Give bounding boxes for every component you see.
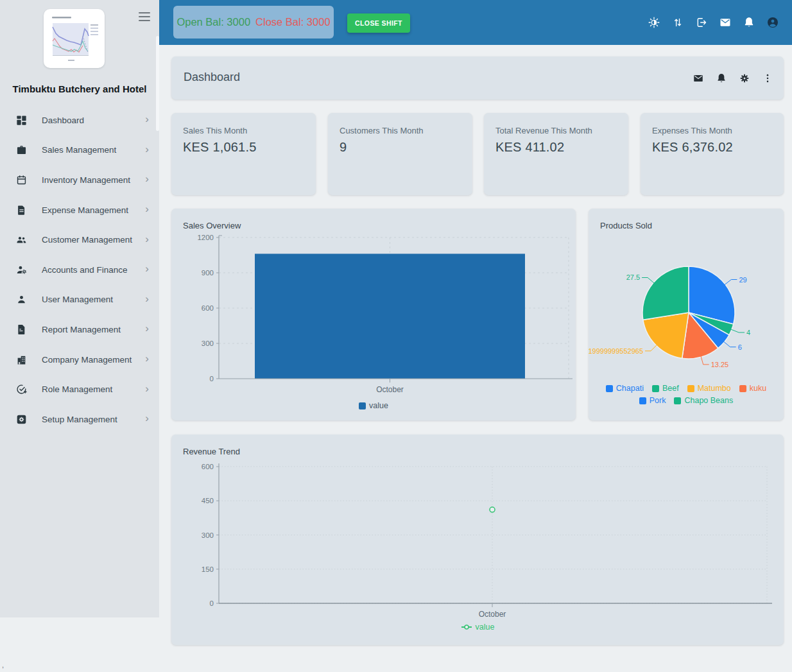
chevron-right-icon: › (145, 383, 149, 396)
sidebar-item-role-management[interactable]: Role Management› (0, 374, 159, 404)
sidebar-item-setup-management[interactable]: Setup Management› (0, 404, 159, 435)
stat-card-customers: Customers This Month 9 (328, 113, 472, 195)
revenue-trend-chart: 0150300450600October (171, 454, 784, 622)
pie-label: )19999999552965 (589, 347, 643, 355)
svg-text:October: October (479, 610, 506, 619)
legend-item-chapo-beans[interactable]: Chapo Beans (674, 396, 733, 405)
legend-item-value[interactable]: value (461, 623, 495, 632)
sales-overview-chart: 03006009001200October (171, 229, 576, 395)
legend-item-kuku[interactable]: kuku (739, 384, 766, 393)
brightness-icon[interactable] (648, 16, 660, 29)
sidebar-item-inventory-management[interactable]: Inventory Management› (0, 165, 159, 195)
bar-october (255, 254, 525, 379)
line-chart-legend: value (171, 623, 784, 632)
stat-card-revenue: Total Revenue This Month KES 411.02 (484, 113, 628, 195)
stat-card-expenses: Expenses This Month KES 6,376.02 (641, 113, 784, 195)
sidebar-item-label: Role Management (42, 384, 145, 394)
sidebar-item-customer-management[interactable]: Customer Management› (0, 225, 159, 255)
bell-icon[interactable] (743, 16, 755, 29)
mail-icon[interactable] (719, 16, 732, 29)
svg-text:600: 600 (202, 304, 214, 312)
chevron-right-icon: › (145, 234, 149, 246)
svg-text:450: 450 (202, 497, 214, 504)
bell-icon[interactable] (716, 73, 727, 84)
sidebar-item-dashboard[interactable]: Dashboard› (0, 105, 159, 135)
data-point-october (490, 507, 495, 512)
sidebar-item-label: Setup Management (42, 415, 145, 424)
mail-icon[interactable] (693, 73, 704, 84)
sidebar-item-label: Report Management (42, 325, 145, 334)
stat-label: Customers This Month (340, 126, 461, 135)
chevron-right-icon: › (145, 173, 149, 186)
account-icon[interactable] (766, 16, 779, 29)
legend-item-value[interactable]: value (359, 401, 388, 410)
sidebar-item-label: Customer Management (42, 235, 145, 245)
sidebar-item-user-management[interactable]: User Management› (0, 285, 159, 315)
legend-item-chapati[interactable]: Chapati (606, 384, 644, 393)
chevron-right-icon: › (145, 293, 149, 306)
sidebar: Timbuktu Butchery and Hotel Dashboard›Sa… (0, 0, 159, 617)
stat-label: Sales This Month (183, 126, 304, 135)
open-balance: Open Bal: 3000 (176, 16, 250, 28)
calendar-icon (15, 174, 28, 186)
setup-gear-icon (15, 413, 28, 426)
swap-vert-icon[interactable] (671, 16, 684, 29)
close-balance: Close Bal: 3000 (255, 16, 331, 28)
menu-icon (139, 12, 150, 13)
revenue-trend-card: Revenue Trend 0150300450600October value (171, 435, 784, 645)
stat-label: Total Revenue This Month (495, 126, 617, 135)
page-header-icon-group (693, 56, 773, 99)
sidebar-item-company-management[interactable]: Company Management› (0, 345, 159, 375)
sidebar-item-expense-management[interactable]: Expense Management› (0, 195, 159, 225)
svg-text:900: 900 (202, 269, 214, 277)
stat-value: KES 6,376.02 (652, 140, 772, 155)
close-shift-button[interactable]: CLOSE SHIFT (347, 13, 410, 33)
chevron-right-icon: › (145, 353, 149, 366)
pie-label: 27.5 (626, 273, 640, 281)
legend-item-matumbo[interactable]: Matumbo (687, 384, 731, 393)
products-sold-chart: 294613.25)1999999955296527.5 (589, 228, 784, 383)
sidebar-item-report-management[interactable]: Report Management› (0, 314, 159, 345)
sidebar-item-accounts-and-finance[interactable]: Accounts and Finance› (0, 255, 159, 285)
briefcase-icon (15, 144, 28, 156)
pie-chart-legend: ChapatiBeefMatumbokukuPorkChapo Beans (593, 384, 779, 405)
chevron-right-icon: › (145, 323, 149, 336)
stat-value: KES 1,061.5 (183, 140, 304, 155)
legend-item-beef[interactable]: Beef (652, 384, 679, 393)
topbar: Open Bal: 3000 Close Bal: 3000 CLOSE SHI… (159, 0, 792, 45)
people-icon (15, 234, 28, 246)
stat-label: Expenses This Month (652, 126, 772, 135)
company-name: Timbuktu Butchery and Hotel (0, 83, 159, 94)
dashboard-icon (15, 114, 28, 126)
logout-icon[interactable] (695, 16, 708, 29)
chevron-right-icon: › (145, 413, 149, 426)
sidebar-item-label: Dashboard (42, 116, 145, 125)
bar-chart-legend: value (171, 401, 576, 410)
person-gear-icon (15, 264, 28, 276)
legend-line-marker (461, 625, 472, 630)
gear-icon[interactable] (739, 73, 750, 84)
sidebar-item-sales-management[interactable]: Sales Management› (0, 135, 159, 166)
svg-text:600: 600 (202, 463, 214, 470)
page-header-card: Dashboard (171, 56, 784, 99)
report-icon (15, 323, 28, 336)
person-icon (15, 293, 28, 306)
topbar-icon-group (648, 0, 779, 45)
sidebar-item-label: Company Management (42, 355, 145, 365)
sales-overview-card: Sales Overview 03006009001200October val… (171, 209, 576, 420)
logo-chart-image (44, 9, 105, 68)
pie-label: 13.25 (711, 361, 729, 368)
sidebar-toggle-button[interactable] (137, 12, 151, 22)
stray-character: , (2, 661, 4, 669)
role-check-icon (15, 383, 28, 395)
svg-text:0: 0 (210, 375, 214, 383)
sidebar-menu: Dashboard›Sales Management›Inventory Man… (0, 105, 159, 435)
pie-label: 6 (738, 343, 742, 351)
kebab-icon[interactable] (762, 73, 773, 84)
svg-text:300: 300 (202, 340, 214, 347)
page-title: Dashboard (184, 71, 240, 84)
legend-swatch (687, 385, 694, 392)
legend-swatch (606, 385, 613, 392)
sidebar-item-label: Expense Management (42, 205, 145, 215)
legend-item-pork[interactable]: Pork (639, 396, 666, 405)
